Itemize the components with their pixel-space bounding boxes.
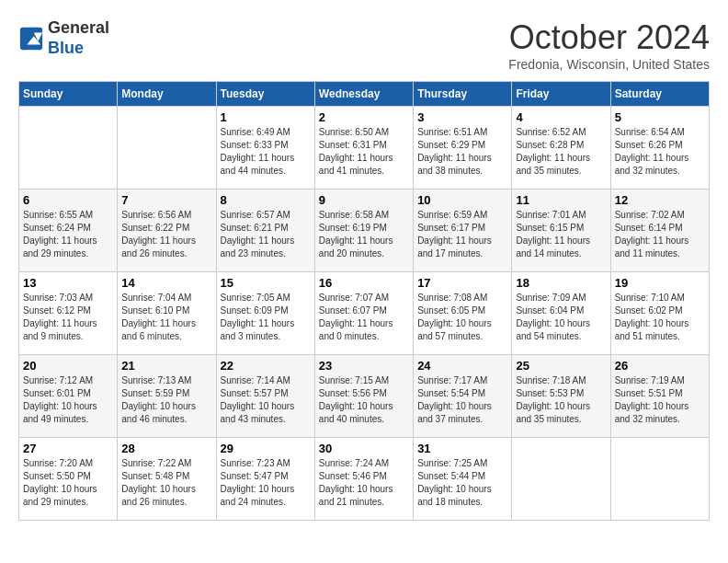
- day-number: 29: [221, 442, 311, 455]
- day-number: 22: [221, 359, 311, 373]
- day-cell: 7 Sunrise: 6:56 AMSunset: 6:22 PMDayligh…: [118, 190, 216, 272]
- day-cell: 1 Sunrise: 6:49 AMSunset: 6:33 PMDayligh…: [216, 107, 314, 190]
- day-number: 4: [516, 110, 606, 124]
- day-info: Sunrise: 7:03 AMSunset: 6:12 PMDaylight:…: [23, 292, 113, 343]
- day-info: Sunrise: 7:04 AMSunset: 6:10 PMDaylight:…: [121, 292, 211, 343]
- day-cell: 8 Sunrise: 6:57 AMSunset: 6:21 PMDayligh…: [216, 190, 314, 272]
- day-info: Sunrise: 7:24 AMSunset: 5:46 PMDaylight:…: [319, 457, 409, 509]
- day-cell: 4 Sunrise: 6:52 AMSunset: 6:28 PMDayligh…: [512, 107, 610, 190]
- day-number: 30: [319, 442, 409, 455]
- day-info: Sunrise: 7:07 AMSunset: 6:07 PMDaylight:…: [319, 292, 409, 343]
- day-number: 25: [516, 359, 606, 373]
- weekday-header-sunday: Sunday: [19, 82, 118, 107]
- day-number: 3: [417, 110, 507, 124]
- day-number: 13: [23, 276, 113, 290]
- day-number: 6: [23, 193, 113, 207]
- day-cell: 15 Sunrise: 7:05 AMSunset: 6:09 PMDaylig…: [216, 272, 314, 355]
- day-number: 26: [615, 359, 705, 373]
- day-info: Sunrise: 7:09 AMSunset: 6:04 PMDaylight:…: [516, 292, 606, 343]
- weekday-header-thursday: Thursday: [414, 82, 512, 107]
- day-cell: 30 Sunrise: 7:24 AMSunset: 5:46 PMDaylig…: [314, 438, 413, 521]
- day-number: 17: [417, 276, 507, 290]
- day-cell: 18 Sunrise: 7:09 AMSunset: 6:04 PMDaylig…: [512, 272, 610, 355]
- week-row-1: 1 Sunrise: 6:49 AMSunset: 6:33 PMDayligh…: [19, 107, 710, 190]
- day-info: Sunrise: 6:54 AMSunset: 6:26 PMDaylight:…: [615, 126, 705, 178]
- weekday-header-tuesday: Tuesday: [216, 82, 314, 107]
- day-info: Sunrise: 7:14 AMSunset: 5:57 PMDaylight:…: [221, 374, 311, 426]
- day-info: Sunrise: 6:50 AMSunset: 6:31 PMDaylight:…: [319, 126, 409, 178]
- day-number: 23: [319, 359, 409, 373]
- day-cell: 13 Sunrise: 7:03 AMSunset: 6:12 PMDaylig…: [19, 272, 118, 355]
- week-row-5: 27 Sunrise: 7:20 AMSunset: 5:50 PMDaylig…: [19, 438, 710, 521]
- day-number: 21: [121, 359, 211, 373]
- weekday-header-monday: Monday: [118, 82, 216, 107]
- day-cell: 17 Sunrise: 7:08 AMSunset: 6:05 PMDaylig…: [414, 272, 512, 355]
- day-info: Sunrise: 6:51 AMSunset: 6:29 PMDaylight:…: [417, 126, 507, 178]
- day-cell: 27 Sunrise: 7:20 AMSunset: 5:50 PMDaylig…: [19, 438, 118, 521]
- weekday-header-row: SundayMondayTuesdayWednesdayThursdayFrid…: [19, 82, 710, 107]
- day-info: Sunrise: 6:55 AMSunset: 6:24 PMDaylight:…: [23, 209, 113, 260]
- day-info: Sunrise: 7:01 AMSunset: 6:15 PMDaylight:…: [516, 209, 606, 260]
- day-number: 28: [121, 442, 211, 455]
- day-cell: 26 Sunrise: 7:19 AMSunset: 5:51 PMDaylig…: [610, 355, 709, 438]
- logo: General Blue: [18, 18, 109, 58]
- day-cell: 31 Sunrise: 7:25 AMSunset: 5:44 PMDaylig…: [414, 438, 512, 521]
- day-cell: 25 Sunrise: 7:18 AMSunset: 5:53 PMDaylig…: [512, 355, 610, 438]
- day-cell: 12 Sunrise: 7:02 AMSunset: 6:14 PMDaylig…: [610, 190, 709, 272]
- day-info: Sunrise: 7:12 AMSunset: 6:01 PMDaylight:…: [23, 374, 113, 426]
- day-number: 27: [23, 442, 113, 455]
- month-title: October 2024: [508, 18, 710, 57]
- day-number: 19: [615, 276, 705, 290]
- day-number: 9: [319, 193, 409, 207]
- day-cell: 24 Sunrise: 7:17 AMSunset: 5:54 PMDaylig…: [414, 355, 512, 438]
- location: Fredonia, Wisconsin, United States: [508, 57, 710, 72]
- calendar-table: SundayMondayTuesdayWednesdayThursdayFrid…: [18, 81, 710, 521]
- title-area: October 2024 Fredonia, Wisconsin, United…: [508, 18, 710, 72]
- day-info: Sunrise: 6:58 AMSunset: 6:19 PMDaylight:…: [319, 209, 409, 260]
- day-info: Sunrise: 7:15 AMSunset: 5:56 PMDaylight:…: [319, 374, 409, 426]
- day-cell: 21 Sunrise: 7:13 AMSunset: 5:59 PMDaylig…: [118, 355, 216, 438]
- day-cell: 10 Sunrise: 6:59 AMSunset: 6:17 PMDaylig…: [414, 190, 512, 272]
- day-number: 14: [121, 276, 211, 290]
- day-number: 2: [319, 110, 409, 124]
- day-number: 16: [319, 276, 409, 290]
- day-cell: [512, 438, 610, 521]
- day-cell: [118, 107, 216, 190]
- day-info: Sunrise: 7:05 AMSunset: 6:09 PMDaylight:…: [221, 292, 311, 343]
- week-row-2: 6 Sunrise: 6:55 AMSunset: 6:24 PMDayligh…: [19, 190, 710, 272]
- day-info: Sunrise: 7:08 AMSunset: 6:05 PMDaylight:…: [417, 292, 507, 343]
- page-header: General Blue October 2024 Fredonia, Wisc…: [18, 18, 710, 72]
- day-cell: [610, 438, 709, 521]
- day-number: 31: [417, 442, 507, 455]
- day-info: Sunrise: 6:49 AMSunset: 6:33 PMDaylight:…: [221, 126, 311, 178]
- day-info: Sunrise: 7:02 AMSunset: 6:14 PMDaylight:…: [615, 209, 705, 260]
- day-cell: 19 Sunrise: 7:10 AMSunset: 6:02 PMDaylig…: [610, 272, 709, 355]
- day-cell: 6 Sunrise: 6:55 AMSunset: 6:24 PMDayligh…: [19, 190, 118, 272]
- day-cell: [19, 107, 118, 190]
- day-number: 1: [221, 110, 311, 124]
- day-number: 18: [516, 276, 606, 290]
- day-info: Sunrise: 7:20 AMSunset: 5:50 PMDaylight:…: [23, 457, 113, 509]
- weekday-header-friday: Friday: [512, 82, 610, 107]
- day-number: 15: [221, 276, 311, 290]
- day-info: Sunrise: 7:22 AMSunset: 5:48 PMDaylight:…: [121, 457, 211, 509]
- day-info: Sunrise: 7:19 AMSunset: 5:51 PMDaylight:…: [615, 374, 705, 426]
- day-number: 5: [615, 110, 705, 124]
- day-number: 24: [417, 359, 507, 373]
- logo-line1: General: [48, 18, 109, 39]
- day-info: Sunrise: 6:57 AMSunset: 6:21 PMDaylight:…: [221, 209, 311, 260]
- week-row-3: 13 Sunrise: 7:03 AMSunset: 6:12 PMDaylig…: [19, 272, 710, 355]
- day-info: Sunrise: 6:52 AMSunset: 6:28 PMDaylight:…: [516, 126, 606, 178]
- day-number: 20: [23, 359, 113, 373]
- day-info: Sunrise: 6:56 AMSunset: 6:22 PMDaylight:…: [121, 209, 211, 260]
- day-info: Sunrise: 7:10 AMSunset: 6:02 PMDaylight:…: [615, 292, 705, 343]
- day-info: Sunrise: 7:17 AMSunset: 5:54 PMDaylight:…: [417, 374, 507, 426]
- day-cell: 3 Sunrise: 6:51 AMSunset: 6:29 PMDayligh…: [414, 107, 512, 190]
- day-cell: 2 Sunrise: 6:50 AMSunset: 6:31 PMDayligh…: [314, 107, 413, 190]
- day-info: Sunrise: 6:59 AMSunset: 6:17 PMDaylight:…: [417, 209, 507, 260]
- weekday-header-saturday: Saturday: [610, 82, 709, 107]
- day-cell: 29 Sunrise: 7:23 AMSunset: 5:47 PMDaylig…: [216, 438, 314, 521]
- day-cell: 23 Sunrise: 7:15 AMSunset: 5:56 PMDaylig…: [314, 355, 413, 438]
- weekday-header-wednesday: Wednesday: [314, 82, 413, 107]
- day-number: 11: [516, 193, 606, 207]
